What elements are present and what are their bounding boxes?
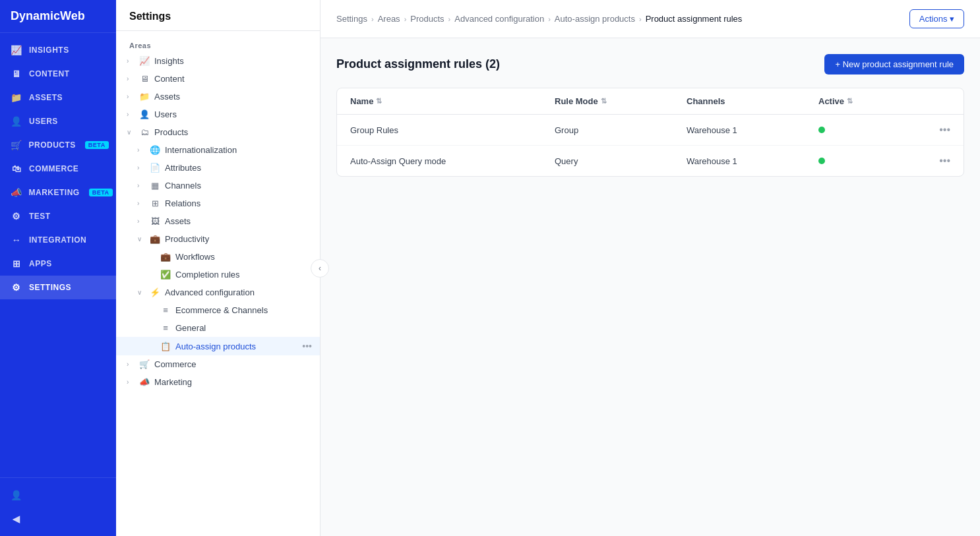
content-title: Product assignment rules (2): [336, 57, 500, 71]
apps-icon: ⊞: [11, 258, 22, 269]
sidebar-item-assets2[interactable]: › 🖼 Assets: [116, 212, 320, 230]
test-icon: ⚙: [11, 211, 22, 222]
chevron-right-icon: ›: [137, 182, 145, 189]
breadcrumb-sep-4: ›: [548, 15, 551, 23]
breadcrumb-advanced-configuration[interactable]: Advanced configuration: [454, 14, 544, 24]
sidebar-item-relations[interactable]: › ⊞ Relations: [116, 194, 320, 212]
auto-assign-tree-icon: 📋: [160, 342, 171, 351]
chevron-right-icon: ›: [127, 75, 135, 82]
row1-name: Group Rules: [350, 125, 555, 135]
sidebar-item-auto-assign-products[interactable]: › 📋 Auto-assign products •••: [116, 337, 320, 355]
breadcrumb-products[interactable]: Products: [410, 14, 444, 24]
product-assignment-rules-table: Name ⇅ Rule Mode ⇅ Channels Active ⇅ Gro…: [336, 88, 964, 177]
integration-icon: ↔: [11, 235, 22, 245]
chevron-right-icon: ›: [137, 146, 145, 154]
breadcrumb-sep-2: ›: [404, 15, 407, 23]
sidebar-item-users[interactable]: › 👤 Users: [116, 105, 320, 123]
nav-item-assets[interactable]: 📁 ASSETS: [0, 86, 116, 109]
workflows-tree-icon: 💼: [160, 252, 171, 262]
auto-assign-options-button[interactable]: •••: [302, 341, 312, 351]
sidebar-item-content[interactable]: › 🖥 Content: [116, 70, 320, 88]
sidebar-item-channels[interactable]: › ▦ Channels: [116, 177, 320, 194]
sidebar-item-assets[interactable]: › 📁 Assets: [116, 88, 320, 105]
chevron-down-icon: ∨: [127, 129, 135, 136]
marketing-icon: 📣: [11, 187, 22, 198]
commerce-tree-icon: 🛒: [138, 359, 150, 369]
sidebar-item-products[interactable]: ∨ 🗂 Products: [116, 123, 320, 141]
channels-tree-icon: ▦: [149, 181, 161, 191]
nav-item-content[interactable]: 🖥 CONTENT: [0, 62, 116, 86]
col-name: Name ⇅: [350, 96, 555, 106]
chevron-right-icon: ›: [137, 200, 145, 207]
products-icon: 🛒: [11, 140, 22, 150]
sidebar-item-advanced-configuration[interactable]: ∨ ⚡ Advanced configuration: [116, 283, 320, 301]
sidebar-item-internationalization[interactable]: › 🌐 Internationalization: [116, 141, 320, 159]
nav-item-settings[interactable]: ⚙ SETTINGS: [0, 276, 116, 299]
areas-label: Areas: [116, 36, 320, 52]
chevron-right-icon: ›: [127, 378, 135, 386]
row1-options-button[interactable]: •••: [924, 124, 950, 136]
nav-item-integration[interactable]: ↔ INTEGRATION: [0, 228, 116, 252]
adv-config-tree-icon: ⚡: [149, 287, 161, 297]
nav-item-users[interactable]: 👤 USERS: [0, 109, 116, 133]
chevron-right-icon: ›: [127, 57, 135, 65]
chevron-right-icon: ›: [127, 111, 135, 118]
nav-item-insights[interactable]: 📈 INSIGHTS: [0, 38, 116, 62]
sidebar-item-completion-rules[interactable]: › ✅ Completion rules: [116, 266, 320, 283]
table-row[interactable]: Auto-Assign Query mode Query Warehouse 1…: [337, 146, 964, 176]
sidebar-item-commerce[interactable]: › 🛒 Commerce: [116, 355, 320, 373]
sidebar-item-insights[interactable]: › 📈 Insights: [116, 52, 320, 70]
nav-item-commerce[interactable]: 🛍 COMMERCE: [0, 157, 116, 181]
sidebar-collapse-toggle[interactable]: ‹: [311, 259, 329, 278]
intl-tree-icon: 🌐: [149, 145, 161, 155]
app-logo: DynamicWeb: [0, 0, 116, 33]
col-actions: [924, 96, 950, 106]
nav-item-products[interactable]: 🛒 PRODUCTS BETA: [0, 133, 116, 157]
table-row[interactable]: Group Rules Group Warehouse 1 •••: [337, 115, 964, 146]
user-profile-icon: 👤: [11, 490, 22, 500]
row2-channels: Warehouse 1: [687, 156, 818, 166]
nav-item-marketing[interactable]: 📣 MARKETING BETA: [0, 181, 116, 204]
row2-rule-mode: Query: [555, 156, 687, 166]
commerce-icon: 🛍: [11, 164, 22, 174]
marketing-beta-badge: BETA: [89, 189, 113, 196]
nav-item-apps[interactable]: ⊞ APPS: [0, 252, 116, 276]
new-product-assignment-rule-button[interactable]: + New product assignment rule: [824, 54, 964, 74]
sidebar-item-ecommerce-channels[interactable]: › ≡ Ecommerce & Channels: [116, 301, 320, 319]
nav-item-test[interactable]: ⚙ TEST: [0, 204, 116, 228]
name-sort-icon[interactable]: ⇅: [376, 97, 382, 105]
rule-mode-sort-icon[interactable]: ⇅: [601, 97, 607, 105]
sidebar-item-marketing[interactable]: › 📣 Marketing: [116, 373, 320, 391]
content-header: Product assignment rules (2) + New produ…: [336, 54, 964, 74]
breadcrumb-areas[interactable]: Areas: [378, 14, 400, 24]
insights-tree-icon: 📈: [138, 56, 150, 66]
row2-options-button[interactable]: •••: [924, 155, 950, 167]
products-tree-icon: 🗂: [138, 127, 150, 137]
sidebar-item-productivity[interactable]: ∨ 💼 Productivity: [116, 230, 320, 248]
collapse-icon: ◀: [11, 514, 22, 524]
sidebar-item-general[interactable]: › ≡ General: [116, 319, 320, 337]
nav-bottom: 👤 ◀: [0, 477, 116, 536]
chevron-right-icon: ›: [137, 218, 145, 225]
breadcrumb-settings[interactable]: Settings: [336, 14, 367, 24]
row1-channels: Warehouse 1: [687, 125, 818, 135]
settings-sidebar: Settings Areas › 📈 Insights › 🖥 Content …: [116, 0, 321, 536]
actions-button[interactable]: Actions ▾: [909, 9, 964, 28]
active-status-dot: [818, 127, 825, 133]
products-beta-badge: BETA: [85, 141, 109, 149]
nav-item-user-profile[interactable]: 👤: [0, 483, 116, 507]
breadcrumb-sep-1: ›: [371, 15, 374, 23]
breadcrumb-auto-assign-products[interactable]: Auto-assign products: [555, 14, 635, 24]
nav-item-collapse[interactable]: ◀: [0, 507, 116, 531]
main-content: Settings › Areas › Products › Advanced c…: [321, 0, 980, 536]
active-sort-icon[interactable]: ⇅: [847, 97, 853, 105]
marketing-tree-icon: 📣: [138, 377, 150, 387]
sidebar-tree: Areas › 📈 Insights › 🖥 Content › 📁 Asset…: [116, 31, 320, 536]
sidebar-item-workflows[interactable]: › 💼 Workflows: [116, 248, 320, 266]
completion-tree-icon: ✅: [160, 270, 171, 280]
sidebar-item-attributes[interactable]: › 📄 Attributes: [116, 159, 320, 177]
assets-icon: 📁: [11, 92, 22, 103]
content-area: Product assignment rules (2) + New produ…: [321, 38, 980, 536]
breadcrumb-product-assignment-rules: Product assignment rules: [646, 14, 743, 24]
ecommerce-tree-icon: ≡: [160, 305, 171, 315]
